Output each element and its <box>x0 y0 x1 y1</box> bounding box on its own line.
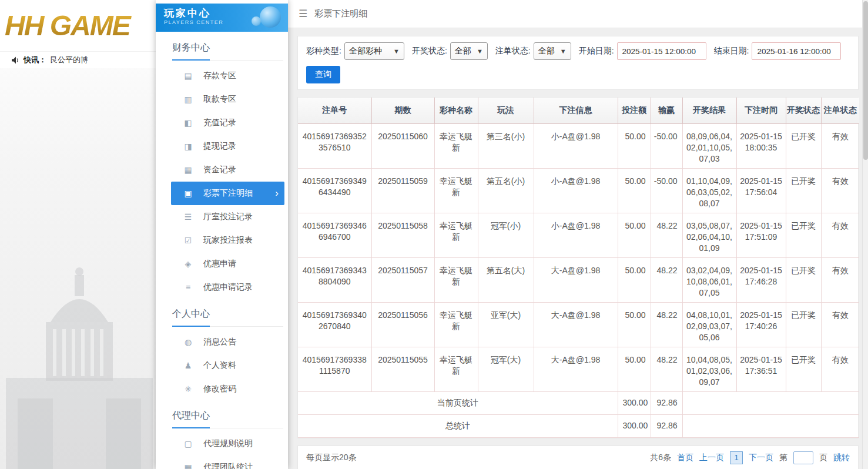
cell-order-no: 401569173693523576510 <box>298 123 371 168</box>
sidebar-menu: 财务中心▤存款专区▥取款专区◧充值记录◨提现记录▦资金记录▣彩票下注明细›☰厅室… <box>156 32 288 469</box>
summary-empty-cell <box>682 391 859 414</box>
page-jump-input[interactable] <box>793 451 813 464</box>
sidebar-item[interactable]: ≡优惠申请记录 <box>171 276 284 299</box>
main-area: ☰ 彩票下注明细 彩种类型: 全部彩种 ▼ 开奖状态: 全 <box>288 0 868 469</box>
sidebar-item[interactable]: ☰厅室投注记录 <box>171 205 284 229</box>
first-page-link[interactable]: 首页 <box>677 453 693 463</box>
start-date-group: 开始日期: <box>579 42 706 60</box>
sidebar-item[interactable]: ◍消息公告 <box>171 330 284 354</box>
sidebar-item[interactable]: ☑玩家投注报表 <box>171 229 284 252</box>
site-logo: HH GAME <box>0 0 156 42</box>
sidebar-item[interactable]: ▥取款专区 <box>171 88 284 111</box>
cell-win-loss: -50.00 <box>651 168 682 213</box>
end-date-input[interactable] <box>752 42 841 60</box>
column-header: 注单状态 <box>821 98 859 123</box>
sidebar-item-label: 取款专区 <box>203 94 236 105</box>
cell-play: 亚军(大) <box>478 302 534 347</box>
cell-order-no: 401569173693402670840 <box>298 302 371 347</box>
cell-bet-info: 小-A盘@1.98 <box>534 168 618 213</box>
page: HH GAME 快讯： 艮公平的博 <box>0 0 868 469</box>
current-page-button[interactable]: 1 <box>730 451 743 464</box>
lottery-type-label: 彩种类型: <box>306 46 341 56</box>
agent-team-stats-icon: ▦ <box>183 463 193 469</box>
sidebar-item[interactable]: ◧充值记录 <box>171 111 284 135</box>
next-page-link[interactable]: 下一页 <box>749 453 773 463</box>
background-site: HH GAME 快讯： 艮公平的博 <box>0 0 156 469</box>
cell-bet-time: 2025-01-15 17:36:51 <box>736 347 786 391</box>
sidebar-item[interactable]: ▢代理规则说明 <box>171 432 284 455</box>
sidebar-item[interactable]: ✳修改密码 <box>171 377 284 401</box>
cell-lottery-name: 幸运飞艇新 <box>434 257 478 302</box>
recharge-records-icon: ◧ <box>183 118 193 128</box>
sidebar-item[interactable]: ▦资金记录 <box>171 158 284 182</box>
order-status-select[interactable]: 全部 ▼ <box>534 42 571 60</box>
cell-bet-time: 2025-01-15 17:51:09 <box>736 213 786 257</box>
capitol-background-image <box>0 175 156 469</box>
cell-order-no: 401569173693466946700 <box>298 213 371 257</box>
cell-bet-amount: 50.00 <box>618 302 651 347</box>
cell-order-status: 有效 <box>821 302 859 347</box>
page-title: 彩票下注明细 <box>314 8 367 19</box>
lottery-type-select[interactable]: 全部彩种 ▼ <box>344 42 404 60</box>
sidebar-item-label: 代理规则说明 <box>203 438 253 449</box>
cell-draw-status: 已开奖 <box>786 168 821 213</box>
start-date-input[interactable] <box>617 42 706 60</box>
column-header: 玩法 <box>478 98 534 123</box>
cell-bet-info: 小-A盘@1.98 <box>534 123 618 168</box>
pagination-controls: 共6条 首页 上一页 1 下一页 第 页 跳转 <box>650 451 850 464</box>
draw-status-select[interactable]: 全部 ▼ <box>450 42 488 60</box>
sidebar-item[interactable]: ◨提现记录 <box>171 135 284 158</box>
summary-empty-cell <box>682 414 859 437</box>
cell-draw-status: 已开奖 <box>786 123 821 168</box>
filter-panel: 彩种类型: 全部彩种 ▼ 开奖状态: 全部 ▼ <box>297 36 859 90</box>
agent-rules-icon: ▢ <box>183 439 193 448</box>
profile-icon: ♟ <box>183 361 193 370</box>
globe-decoration-small-icon <box>252 16 261 26</box>
table-row: 40156917369338111587020250115055幸运飞艇新冠军(… <box>298 347 859 391</box>
cell-draw-result: 08,09,06,04,02,01,10,05,07,03 <box>682 123 736 168</box>
scrollbar-thumb[interactable] <box>863 1 868 160</box>
cell-draw-result: 10,04,08,05,01,02,03,06,09,07 <box>682 347 736 391</box>
cell-issue: 20250115055 <box>371 347 434 391</box>
sidebar-item-label: 存款专区 <box>203 71 236 81</box>
cell-lottery-name: 幸运飞艇新 <box>434 123 478 168</box>
order-status-label: 注单状态: <box>495 46 531 56</box>
cell-play: 冠军(大) <box>478 347 534 391</box>
jump-suffix-label: 页 <box>819 453 827 463</box>
cashout-records-icon: ◨ <box>183 142 193 151</box>
cell-issue: 20250115059 <box>371 168 434 213</box>
sidebar-item-label: 代理团队统计 <box>203 462 253 469</box>
chevron-down-icon: ▼ <box>393 48 400 55</box>
prev-page-link[interactable]: 上一页 <box>699 453 724 463</box>
sidebar-item[interactable]: ♟个人资料 <box>171 354 284 377</box>
cell-order-status: 有效 <box>821 123 859 168</box>
cell-bet-info: 小-A盘@1.98 <box>534 213 618 257</box>
news-ticker: 快讯： 艮公平的博 <box>0 52 156 68</box>
sidebar-item[interactable]: ▣彩票下注明细› <box>171 182 284 205</box>
funds-records-icon: ▦ <box>183 165 193 175</box>
cell-bet-info: 大-A盘@1.98 <box>534 257 618 302</box>
cell-draw-status: 已开奖 <box>786 257 821 302</box>
cell-draw-status: 已开奖 <box>786 347 821 391</box>
summary-row: 当前页统计300.0092.86 <box>298 391 859 414</box>
cell-win-loss: 48.22 <box>651 257 682 302</box>
lottery-bet-details-icon: ▣ <box>183 189 193 198</box>
sidebar-item-label: 优惠申请记录 <box>203 282 253 293</box>
jump-button[interactable]: 跳转 <box>833 453 850 463</box>
vertical-scrollbar[interactable] <box>862 0 868 469</box>
sidebar-item[interactable]: ▦代理团队统计 <box>171 455 284 469</box>
cell-bet-time: 2025-01-15 17:40:26 <box>736 302 786 347</box>
sidebar-item[interactable]: ◈优惠申请 <box>171 252 284 276</box>
cell-play: 第三名(小) <box>478 123 534 168</box>
search-button[interactable]: 查询 <box>306 66 340 83</box>
promo-apply-records-icon: ≡ <box>183 283 193 292</box>
sidebar-item[interactable]: ▤存款专区 <box>171 64 284 88</box>
summary-rows: 当前页统计300.0092.86总统计300.0092.86 <box>298 391 859 437</box>
sidebar-item-label: 玩家投注报表 <box>203 235 253 246</box>
summary-label: 当前页统计 <box>298 391 618 414</box>
sidebar-section-title: 财务中心 <box>172 42 283 61</box>
hall-bet-records-icon: ☰ <box>183 212 193 222</box>
cell-bet-info: 大-A盘@1.98 <box>534 347 618 391</box>
summary-bet-total: 300.00 <box>618 391 651 414</box>
menu-toggle-icon[interactable]: ☰ <box>299 8 307 20</box>
